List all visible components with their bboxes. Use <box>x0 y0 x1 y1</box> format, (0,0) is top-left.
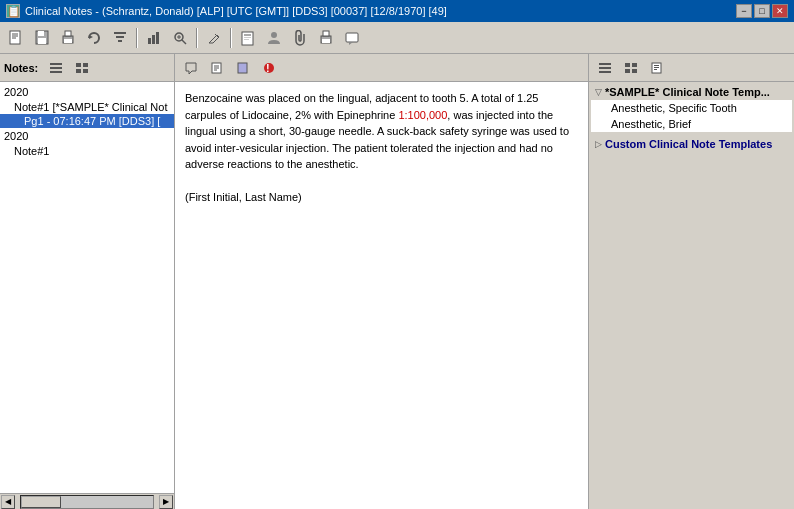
svg-rect-28 <box>323 31 329 36</box>
svg-rect-51 <box>625 69 630 73</box>
year-2020-first[interactable]: 2020 <box>0 84 174 100</box>
svg-rect-6 <box>38 38 46 44</box>
svg-rect-8 <box>65 31 71 36</box>
svg-rect-54 <box>654 65 659 66</box>
expand-icon-custom: ▷ <box>595 139 602 149</box>
maximize-button[interactable]: □ <box>754 4 770 18</box>
attach-button[interactable] <box>288 26 312 50</box>
note-paragraph-1: Benzocaine was placed on the lingual, ad… <box>185 90 578 173</box>
year-2020-second[interactable]: 2020 <box>0 128 174 144</box>
svg-rect-47 <box>599 67 611 69</box>
svg-line-18 <box>182 40 186 44</box>
main-toolbar <box>0 22 794 54</box>
middle-toolbar: ! <box>175 54 588 82</box>
svg-rect-23 <box>244 34 251 36</box>
svg-rect-15 <box>152 35 155 44</box>
edit-button[interactable] <box>202 26 226 50</box>
svg-rect-5 <box>38 31 44 36</box>
mid-btn2[interactable] <box>205 56 229 80</box>
svg-rect-49 <box>625 63 630 67</box>
right-panel: ▽ *SAMPLE* Clinical Note Temp... Anesthe… <box>589 54 794 509</box>
svg-rect-12 <box>116 36 124 38</box>
scroll-right-btn[interactable]: ▶ <box>159 495 173 509</box>
patient-button[interactable] <box>262 26 286 50</box>
print2-button[interactable] <box>314 26 338 50</box>
template-anesthetic-brief[interactable]: Anesthetic, Brief <box>591 116 792 132</box>
close-button[interactable]: ✕ <box>772 4 788 18</box>
svg-rect-13 <box>118 40 122 42</box>
left-content: 2020 Note#1 [*SAMPLE* Clinical Not Pg1 -… <box>0 82 174 493</box>
right-toolbar <box>589 54 794 82</box>
template-anesthetic-specific[interactable]: Anesthetic, Specific Tooth <box>591 100 792 116</box>
titlebar-left: 📋 Clinical Notes - (Schrantz, Donald) [A… <box>6 4 447 18</box>
right-btn1[interactable] <box>593 56 617 80</box>
message-button[interactable] <box>340 26 364 50</box>
titlebar: 📋 Clinical Notes - (Schrantz, Donald) [A… <box>0 0 794 22</box>
right-content: ▽ *SAMPLE* Clinical Note Temp... Anesthe… <box>589 82 794 509</box>
chart-button[interactable] <box>142 26 166 50</box>
print-button[interactable] <box>56 26 80 50</box>
new-note-button[interactable] <box>4 26 28 50</box>
main-container: Notes: 2020 Note#1 [*SAMPLE* Clinical No… <box>0 54 794 509</box>
note-content: Benzocaine was placed on the lingual, ad… <box>175 82 588 509</box>
save-button[interactable] <box>30 26 54 50</box>
custom-templates-header[interactable]: ▷ Custom Clinical Note Templates <box>591 136 792 152</box>
svg-rect-46 <box>599 63 611 65</box>
mid-btn4[interactable]: ! <box>257 56 281 80</box>
scrollbar-thumb[interactable] <box>21 496 61 508</box>
left-panel: Notes: 2020 Note#1 [*SAMPLE* Clinical No… <box>0 54 175 509</box>
note1-sample[interactable]: Note#1 [*SAMPLE* Clinical Not <box>0 100 174 114</box>
left-view-btn2[interactable] <box>70 56 94 80</box>
app-icon: 📋 <box>6 4 20 18</box>
zoom-button[interactable] <box>168 26 192 50</box>
filter-button[interactable] <box>108 26 132 50</box>
toolbar-sep3 <box>230 28 232 48</box>
svg-rect-22 <box>242 32 253 45</box>
svg-rect-33 <box>50 71 62 73</box>
svg-rect-34 <box>76 63 81 67</box>
left-toolbar: Notes: <box>0 54 174 82</box>
note1-plain[interactable]: Note#1 <box>0 144 174 158</box>
right-btn3[interactable] <box>645 56 669 80</box>
svg-rect-52 <box>632 69 637 73</box>
template-button[interactable] <box>236 26 260 50</box>
sample-templates-group: ▽ *SAMPLE* Clinical Note Temp... Anesthe… <box>591 84 792 132</box>
svg-marker-10 <box>89 35 93 39</box>
svg-rect-55 <box>654 67 659 68</box>
svg-rect-36 <box>76 69 81 73</box>
titlebar-title: Clinical Notes - (Schrantz, Donald) [ALP… <box>25 5 447 17</box>
svg-marker-38 <box>186 63 196 74</box>
svg-rect-35 <box>83 63 88 67</box>
svg-rect-43 <box>238 63 247 73</box>
mid-btn1[interactable] <box>179 56 203 80</box>
svg-rect-31 <box>50 63 62 65</box>
epinephrine-value: 1:100,000 <box>398 109 447 121</box>
mid-btn3[interactable] <box>231 56 255 80</box>
toolbar-sep1 <box>136 28 138 48</box>
svg-rect-50 <box>632 63 637 67</box>
svg-rect-24 <box>244 37 251 38</box>
svg-rect-29 <box>322 39 330 43</box>
custom-templates-group: ▷ Custom Clinical Note Templates <box>591 136 792 152</box>
svg-rect-32 <box>50 67 62 69</box>
notes-label: Notes: <box>4 62 38 74</box>
svg-rect-9 <box>64 39 72 43</box>
refresh-button[interactable] <box>82 26 106 50</box>
notes-tree: 2020 Note#1 [*SAMPLE* Clinical Not Pg1 -… <box>0 82 174 160</box>
left-scrollbar: ◀ ▶ <box>0 493 174 509</box>
scrollbar-track[interactable] <box>20 495 154 509</box>
scroll-left-btn[interactable]: ◀ <box>1 495 15 509</box>
svg-rect-11 <box>114 32 126 34</box>
middle-panel: ! Benzocaine was placed on the lingual, … <box>175 54 589 509</box>
toolbar-sep2 <box>196 28 198 48</box>
note1-page1[interactable]: Pg1 - 07:16:47 PM [DDS3] [ <box>0 114 174 128</box>
svg-rect-25 <box>244 39 249 40</box>
svg-rect-37 <box>83 69 88 73</box>
expand-icon-sample: ▽ <box>595 87 602 97</box>
svg-rect-16 <box>156 32 159 44</box>
svg-text:!: ! <box>266 62 270 74</box>
minimize-button[interactable]: − <box>736 4 752 18</box>
left-view-btn1[interactable] <box>44 56 68 80</box>
right-btn2[interactable] <box>619 56 643 80</box>
sample-templates-header[interactable]: ▽ *SAMPLE* Clinical Note Temp... <box>591 84 792 100</box>
